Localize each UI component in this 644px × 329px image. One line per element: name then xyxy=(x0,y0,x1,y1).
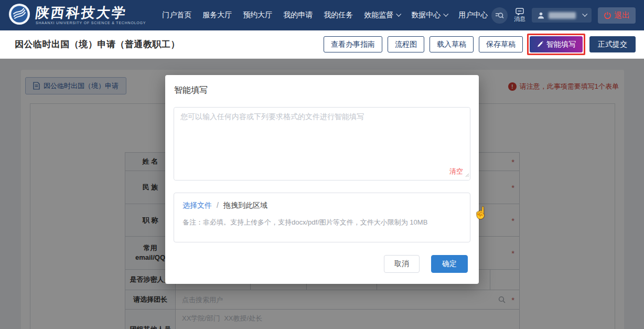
university-name-cn: 陕西科技大学 xyxy=(35,6,147,19)
resize-handle-icon[interactable] xyxy=(464,170,469,179)
main-menu: 门户首页 服务大厅 预约大厅 我的申请 我的任务 效能监督 数据中心 用户中心 xyxy=(159,8,490,22)
application-page: 陕西科技大学 SHAANXI UNIVERSITY OF SCIENCE & T… xyxy=(0,0,644,329)
dialog-title: 智能填写 xyxy=(174,85,208,96)
load-draft-button[interactable]: 载入草稿 xyxy=(430,36,474,52)
university-logo[interactable]: 陕西科技大学 SHAANXI UNIVERSITY OF SCIENCE & T… xyxy=(8,3,146,27)
choose-file-link[interactable]: 选择文件 xyxy=(183,201,212,210)
university-emblem-icon xyxy=(8,3,30,27)
view-guide-button[interactable]: 查看办事指南 xyxy=(324,36,382,52)
smart-fill-dialog: 智能填写 清空 选择文件 / 拖拽到此区域 备注：非必填。支持上传多个，支持do… xyxy=(165,75,479,284)
menu-item-booking-hall[interactable]: 预约大厅 xyxy=(240,8,275,22)
upload-note: 备注：非必填。支持上传多个，支持docx/pdf/图片等文件，文件大小限制为 1… xyxy=(183,218,461,227)
logout-button[interactable]: 退出 xyxy=(598,7,636,24)
messages-label: 消息 xyxy=(514,16,525,22)
smart-fill-button[interactable]: 智能填写 xyxy=(530,36,583,52)
header-actions: 查看办事指南 流程图 载入草稿 保存草稿 智能填写 正式提交 xyxy=(324,36,636,52)
messages-button[interactable]: 消息 xyxy=(514,8,525,22)
confirm-button[interactable]: 确定 xyxy=(431,255,468,273)
page-header: 因公临时出国（境）申请（普通教职工） 查看办事指南 流程图 载入草稿 保存草稿 … xyxy=(0,30,644,59)
navbar-right: 消息 退出 xyxy=(491,7,636,24)
top-navbar: 陕西科技大学 SHAANXI UNIVERSITY OF SCIENCE & T… xyxy=(0,0,644,30)
smart-fill-textarea-box: 清空 xyxy=(174,107,470,181)
power-icon xyxy=(604,12,611,19)
drag-here-label: 拖拽到此区域 xyxy=(223,201,267,210)
submit-button[interactable]: 正式提交 xyxy=(589,36,636,52)
university-name-en: SHAANXI UNIVERSITY OF SCIENCE & TECHNOLO… xyxy=(36,21,146,25)
search-icon xyxy=(495,11,504,20)
search-button[interactable] xyxy=(491,7,508,24)
chevron-down-icon xyxy=(582,12,587,17)
menu-item-portal-home[interactable]: 门户首页 xyxy=(159,8,194,22)
chevron-down-icon xyxy=(396,12,402,17)
save-draft-button[interactable]: 保存草稿 xyxy=(479,36,523,52)
menu-item-my-applications[interactable]: 我的申请 xyxy=(281,8,315,22)
content-area: 因公临时出国（境）申请 ! 请注意，此事项需要填写1个表单 姓 名 * 民 族 xyxy=(0,59,644,329)
magic-pen-icon xyxy=(536,41,543,48)
flowchart-button[interactable]: 流程图 xyxy=(388,36,424,52)
clear-button[interactable]: 清空 xyxy=(447,167,463,176)
file-drop-zone[interactable]: 选择文件 / 拖拽到此区域 备注：非必填。支持上传多个，支持docx/pdf/图… xyxy=(174,193,470,242)
menu-item-data-center[interactable]: 数据中心 xyxy=(409,8,450,22)
message-bubble-icon xyxy=(516,8,524,15)
menu-item-user-center[interactable]: 用户中心 xyxy=(456,8,490,22)
user-menu[interactable] xyxy=(532,8,592,23)
person-icon xyxy=(537,12,545,19)
page-title: 因公临时出国（境）申请（普通教职工） xyxy=(15,38,180,50)
username-redacted xyxy=(549,12,576,19)
menu-item-my-tasks[interactable]: 我的任务 xyxy=(321,8,356,22)
menu-item-efficiency-supervision[interactable]: 效能监督 xyxy=(361,8,403,22)
separator: / xyxy=(217,201,219,209)
chevron-down-icon xyxy=(444,12,449,17)
smart-fill-textarea[interactable] xyxy=(174,108,470,180)
menu-item-service-hall[interactable]: 服务大厅 xyxy=(200,8,234,22)
cancel-button[interactable]: 取消 xyxy=(384,255,420,273)
